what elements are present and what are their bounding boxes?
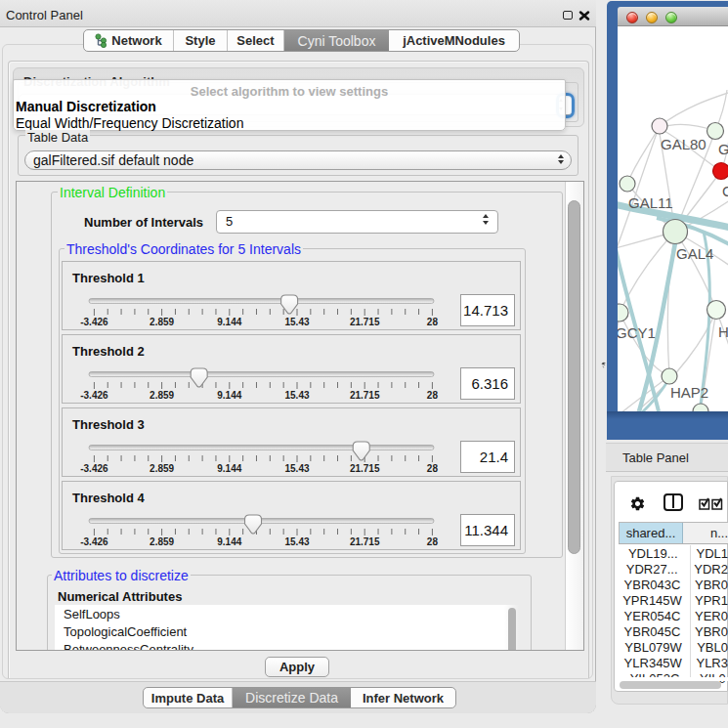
svg-text:21.715: 21.715 [350,536,380,547]
svg-text:2.859: 2.859 [150,317,174,327]
svg-text:21.715: 21.715 [350,463,380,474]
svg-text:-3.426: -3.426 [80,536,108,547]
svg-text:GAL11: GAL11 [628,194,673,211]
svg-text:21.715: 21.715 [350,390,380,401]
svg-text:28: 28 [427,536,439,547]
svg-text:9.144: 9.144 [217,317,241,327]
svg-text:15.43: 15.43 [284,536,309,547]
svg-text:28: 28 [427,317,439,327]
svg-text:15.43: 15.43 [284,317,309,327]
svg-text:G.: G. [718,141,728,157]
svg-text:15.43: 15.43 [284,390,309,401]
svg-text:-3.426: -3.426 [80,317,108,327]
svg-text:-3.426: -3.426 [80,390,108,401]
svg-text:28: 28 [427,463,439,474]
svg-text:9.144: 9.144 [217,390,241,401]
svg-text:9.144: 9.144 [217,463,241,474]
svg-text:GAL4: GAL4 [676,245,713,262]
svg-text:2.859: 2.859 [150,463,174,474]
svg-text:GAL80: GAL80 [661,136,707,152]
svg-text:-3.426: -3.426 [80,463,108,474]
svg-text:21.715: 21.715 [350,317,380,327]
svg-text:9.144: 9.144 [217,536,241,547]
svg-text:28: 28 [427,390,439,401]
svg-text:2.859: 2.859 [150,390,174,401]
svg-text:2.859: 2.859 [150,536,174,547]
svg-text:H: H [718,323,728,340]
svg-text:GCY1: GCY1 [618,324,656,341]
svg-text:15.43: 15.43 [284,463,309,474]
svg-text:C: C [722,183,728,199]
svg-text:HAP2: HAP2 [670,384,708,401]
